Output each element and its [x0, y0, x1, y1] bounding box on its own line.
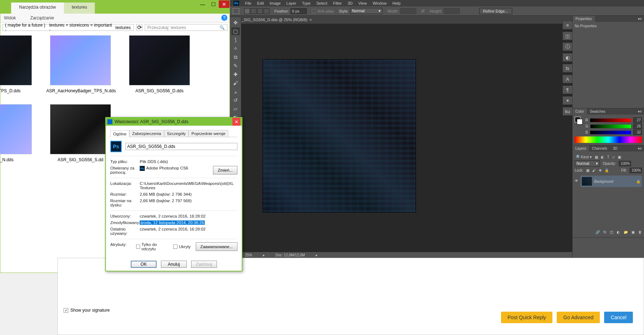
adjustments-icon[interactable]: ◐: [562, 53, 573, 62]
zoom-level[interactable]: 25%: [245, 253, 252, 257]
lasso-tool-icon[interactable]: ⟆: [231, 36, 240, 44]
go-advanced-button[interactable]: Go Advanced: [557, 312, 600, 323]
file-item[interactable]: ASR_SIG_SG556_S.dd: [46, 104, 115, 162]
fill-value[interactable]: 100%: [630, 168, 642, 173]
breadcrumb[interactable]: ( maybe for a future ): [5, 23, 48, 33]
histogram-icon[interactable]: ≡: [562, 21, 573, 29]
modified-date[interactable]: środa, 12 listopada 2014, 20:36:26: [140, 220, 205, 225]
tab-3d[interactable]: 3D: [610, 145, 620, 152]
cancel-button[interactable]: Cancel: [604, 312, 633, 323]
filename-input[interactable]: [125, 143, 237, 150]
color-spectrum[interactable]: [575, 136, 642, 143]
group-icon[interactable]: 📁: [624, 230, 628, 234]
feather-input[interactable]: [291, 8, 307, 14]
kuler-icon[interactable]: ku: [562, 107, 573, 116]
refine-edge-button[interactable]: Refine Edge...: [479, 8, 512, 14]
hidden-checkbox[interactable]: Ukryty: [173, 242, 191, 251]
opacity-value[interactable]: 100%: [619, 161, 631, 166]
menu-layer[interactable]: Layer: [286, 1, 296, 5]
move-tool-icon[interactable]: ✥: [231, 19, 240, 27]
link-layers-icon[interactable]: 🔗: [596, 230, 600, 234]
eyedropper-tool-icon[interactable]: ✎: [231, 62, 240, 70]
layer-mask-icon[interactable]: ◫: [610, 230, 613, 234]
canvas-area[interactable]: [241, 24, 572, 252]
menu-type[interactable]: Type: [302, 1, 311, 5]
ribbon-manage[interactable]: Zarządzanie: [30, 15, 54, 20]
lock-image-icon[interactable]: 🖌: [592, 168, 596, 172]
selection-subtract-icon[interactable]: [257, 8, 263, 14]
styles-icon[interactable]: fx: [562, 64, 573, 73]
refresh-icon[interactable]: ⟳: [136, 24, 143, 31]
cancel-button[interactable]: Anuluj: [161, 261, 187, 268]
ribbon-tab-image-tools[interactable]: Narzędzia obrazów: [11, 3, 64, 14]
close-button[interactable]: ✕: [232, 118, 240, 126]
r-slider[interactable]: [590, 118, 631, 122]
filter-shape-icon[interactable]: ▱: [612, 155, 615, 159]
ok-button[interactable]: OK: [131, 261, 157, 268]
show-signature-checkbox[interactable]: ✓: [64, 308, 68, 313]
apply-button[interactable]: Zastosuj: [191, 261, 217, 268]
maximize-button[interactable]: ☐: [208, 0, 219, 8]
b-value[interactable]: 32: [633, 130, 642, 135]
panel-menu-icon[interactable]: ▾≡: [636, 108, 644, 115]
selection-new-icon[interactable]: [244, 8, 250, 14]
file-item[interactable]: ASR_SIG_SG556_D.dds: [125, 35, 194, 93]
document-canvas[interactable]: [263, 60, 416, 212]
tab-color[interactable]: Color: [573, 108, 587, 115]
brush-tool-icon[interactable]: 🖌: [231, 79, 240, 87]
readonly-checkbox[interactable]: Tylko do odczytu: [136, 242, 168, 251]
menu-select[interactable]: Select: [316, 1, 328, 5]
menu-file[interactable]: File: [245, 1, 251, 5]
menu-filter[interactable]: Filter: [333, 1, 342, 5]
ribbon-tab-textures[interactable]: textures: [64, 3, 95, 14]
kind-filter[interactable]: 🔎 Kind ▾: [575, 155, 592, 159]
eraser-tool-icon[interactable]: ▱: [231, 105, 240, 113]
g-slider[interactable]: [590, 125, 631, 128]
menu-window[interactable]: Window: [372, 1, 386, 5]
brushes-icon[interactable]: ✶: [562, 96, 573, 105]
background-swatch[interactable]: [577, 119, 583, 125]
breadcrumb[interactable]: textures + storeicons = important: [49, 23, 114, 33]
change-button[interactable]: Zmień...: [213, 166, 237, 175]
help-icon[interactable]: ?: [221, 15, 227, 21]
history-brush-icon[interactable]: ↺: [231, 96, 240, 104]
menu-3d[interactable]: 3D: [348, 1, 353, 5]
tab-security[interactable]: Zabezpieczenia: [129, 130, 164, 137]
close-tab-icon[interactable]: ×: [310, 18, 312, 22]
marquee-preset-icon[interactable]: [233, 8, 239, 14]
b-slider[interactable]: [590, 131, 631, 134]
tab-swatches[interactable]: Swatches: [587, 108, 608, 115]
lock-transparent-icon[interactable]: ▦: [586, 168, 589, 172]
tab-channels[interactable]: Channels: [589, 145, 610, 152]
search-input[interactable]: Przeszukaj: textures 🔍: [145, 24, 227, 31]
wand-tool-icon[interactable]: ✧: [231, 45, 240, 52]
healing-tool-icon[interactable]: ✚: [231, 70, 240, 78]
character-icon[interactable]: A: [562, 75, 573, 83]
adjustment-layer-icon[interactable]: ◐: [617, 230, 620, 234]
ribbon-view[interactable]: Widok: [4, 15, 16, 20]
advanced-button[interactable]: Zaawansowane...: [196, 242, 237, 251]
filter-smart-icon[interactable]: ▣: [618, 155, 621, 159]
lock-position-icon[interactable]: ✥: [599, 168, 602, 172]
blend-mode-dropdown[interactable]: Normal▾: [575, 160, 600, 167]
layer-fx-icon[interactable]: fx: [603, 230, 606, 234]
info-icon[interactable]: ⓘ: [562, 42, 573, 51]
selection-intersect-icon[interactable]: [264, 8, 269, 14]
g-value[interactable]: 26: [633, 124, 642, 129]
tab-previous-versions[interactable]: Poprzednie wersje: [189, 130, 228, 137]
close-button[interactable]: ✕: [219, 0, 230, 8]
delete-layer-icon[interactable]: 🗑: [638, 230, 642, 234]
menu-edit[interactable]: Edit: [257, 1, 264, 5]
layer-item[interactable]: Background 🔒: [580, 176, 642, 187]
menu-image[interactable]: Image: [270, 1, 281, 5]
marquee-tool-icon[interactable]: ▢: [231, 27, 240, 35]
filter-adjust-icon[interactable]: ◐: [601, 155, 604, 159]
panel-menu-icon[interactable]: ▾≡: [636, 145, 644, 152]
post-quick-reply-button[interactable]: Post Quick Reply: [501, 312, 552, 323]
crop-tool-icon[interactable]: ⧉: [231, 53, 240, 61]
selection-add-icon[interactable]: [251, 8, 256, 14]
new-layer-icon[interactable]: ▣: [631, 230, 635, 234]
r-value[interactable]: 27: [633, 117, 642, 123]
status-icon[interactable]: ▸: [263, 253, 265, 257]
breadcrumb[interactable]: textures: [115, 25, 131, 30]
